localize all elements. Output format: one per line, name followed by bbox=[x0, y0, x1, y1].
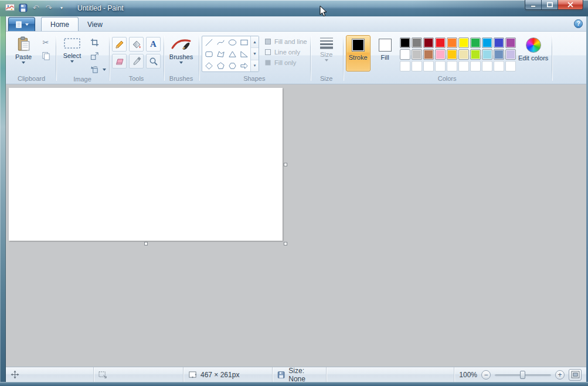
zoom-slider-thumb[interactable] bbox=[520, 371, 525, 379]
color-swatch-empty[interactable] bbox=[494, 61, 504, 71]
zoom-slider[interactable] bbox=[495, 370, 551, 380]
cut-button[interactable]: ✂ bbox=[39, 36, 53, 48]
color-swatch-empty[interactable] bbox=[447, 61, 457, 71]
fill-with-color-tool-button[interactable] bbox=[129, 37, 144, 52]
shape-curve[interactable] bbox=[215, 36, 226, 48]
color-swatch[interactable] bbox=[458, 49, 469, 60]
color-swatch[interactable] bbox=[482, 37, 492, 48]
shape-triangle[interactable] bbox=[226, 48, 238, 60]
tab-view[interactable]: View bbox=[79, 18, 111, 31]
color-swatch[interactable] bbox=[412, 37, 422, 48]
fill-and-line-icon bbox=[264, 38, 271, 45]
color-swatch[interactable] bbox=[423, 49, 434, 60]
crop-button[interactable] bbox=[87, 36, 101, 48]
redo-button[interactable]: ↷ bbox=[43, 2, 54, 13]
color-swatch-empty[interactable] bbox=[470, 61, 481, 71]
color-swatch[interactable] bbox=[423, 37, 434, 48]
minimize-button[interactable] bbox=[525, 0, 542, 9]
tab-home[interactable]: Home bbox=[41, 17, 79, 31]
rotate-icon bbox=[90, 65, 99, 74]
file-size-section: Size: None bbox=[273, 367, 327, 382]
close-button[interactable] bbox=[558, 0, 583, 9]
group-brushes: Brushes Brushes bbox=[164, 33, 199, 84]
color-swatch-empty[interactable] bbox=[400, 61, 410, 71]
color-swatch[interactable] bbox=[494, 37, 504, 48]
undo-button[interactable]: ↶ bbox=[30, 2, 41, 13]
gallery-scroll-up-icon[interactable]: ▲ bbox=[251, 36, 259, 48]
canvas-resize-handle-corner[interactable] bbox=[284, 242, 287, 245]
magnifier-icon bbox=[149, 57, 158, 66]
shape-polygon[interactable] bbox=[215, 48, 226, 60]
save-button[interactable] bbox=[18, 2, 28, 13]
color-swatch-empty[interactable] bbox=[458, 61, 469, 71]
shape-rectangle[interactable] bbox=[238, 36, 250, 48]
shape-hexagon[interactable] bbox=[226, 60, 238, 71]
pencil-tool-button[interactable] bbox=[112, 37, 127, 52]
fill-color-button[interactable]: Fill bbox=[373, 35, 397, 71]
size-button[interactable]: Size bbox=[313, 34, 340, 62]
color-swatch[interactable] bbox=[435, 49, 446, 60]
color-swatch[interactable] bbox=[505, 49, 516, 60]
color-swatch[interactable] bbox=[412, 49, 422, 60]
shape-right-triangle[interactable] bbox=[238, 48, 250, 60]
copy-button[interactable] bbox=[39, 50, 53, 62]
color-swatch-empty[interactable] bbox=[423, 61, 434, 71]
maximize-button[interactable] bbox=[542, 0, 558, 9]
shape-oval[interactable] bbox=[226, 36, 238, 48]
color-swatch-empty[interactable] bbox=[435, 61, 446, 71]
shape-rounded-rectangle[interactable] bbox=[203, 48, 215, 60]
color-swatch[interactable] bbox=[470, 49, 481, 60]
color-swatch[interactable] bbox=[505, 37, 516, 48]
color-swatch[interactable] bbox=[447, 49, 457, 60]
clipboard-icon bbox=[16, 36, 31, 52]
status-bar: 467 × 261px Size: None 100% − + bbox=[6, 367, 586, 382]
canvas-resize-handle-bottom[interactable] bbox=[144, 242, 148, 245]
magnifier-tool-button[interactable] bbox=[146, 54, 161, 69]
option-line-only[interactable]: Line only bbox=[264, 49, 307, 56]
shape-pentagon[interactable] bbox=[215, 60, 226, 71]
option-fill-only[interactable]: Fill only bbox=[264, 59, 307, 66]
shape-line[interactable] bbox=[203, 36, 215, 48]
drawing-canvas[interactable] bbox=[9, 88, 283, 241]
color-swatch[interactable] bbox=[435, 37, 446, 48]
application-menu-button[interactable] bbox=[8, 17, 35, 31]
color-swatch[interactable] bbox=[470, 37, 481, 48]
color-swatch[interactable] bbox=[494, 49, 504, 60]
color-swatch[interactable] bbox=[447, 37, 457, 48]
color-swatch[interactable] bbox=[482, 49, 492, 60]
color-swatch-empty[interactable] bbox=[482, 61, 492, 71]
zoom-out-button[interactable]: − bbox=[481, 370, 491, 380]
fill-color-swatch bbox=[379, 39, 392, 52]
gallery-scroll-down-icon[interactable]: ▼ bbox=[251, 48, 259, 60]
canvas-resize-handle-right[interactable] bbox=[284, 163, 287, 166]
color-swatch[interactable] bbox=[400, 49, 410, 60]
option-fill-and-line[interactable]: Fill and line bbox=[264, 38, 307, 45]
stroke-color-button[interactable]: Stroke bbox=[346, 35, 371, 71]
group-image: Select bbox=[56, 33, 109, 84]
help-button[interactable]: ? bbox=[574, 19, 583, 28]
fit-to-window-button[interactable] bbox=[569, 369, 582, 381]
shape-diamond[interactable] bbox=[203, 60, 215, 71]
brushes-button[interactable]: Brushes bbox=[166, 34, 196, 64]
rotate-button[interactable] bbox=[87, 63, 101, 75]
group-label: Image bbox=[59, 75, 106, 84]
shape-right-arrow[interactable] bbox=[238, 60, 250, 71]
select-button[interactable]: Select bbox=[59, 34, 86, 63]
color-swatch[interactable] bbox=[400, 37, 410, 48]
window-controls bbox=[525, 0, 583, 10]
document-icon bbox=[15, 21, 23, 29]
color-picker-tool-button[interactable] bbox=[129, 54, 144, 69]
color-swatch[interactable] bbox=[458, 37, 469, 48]
paste-button[interactable]: Paste bbox=[10, 34, 37, 64]
resize-button[interactable] bbox=[87, 50, 101, 62]
color-swatch-empty[interactable] bbox=[412, 61, 422, 71]
color-swatch-empty[interactable] bbox=[505, 61, 516, 71]
chevron-down-icon[interactable] bbox=[103, 69, 106, 71]
title-bar[interactable]: ↶ ↷ ▾ Untitled - Paint bbox=[0, 0, 588, 16]
edit-colors-button[interactable]: Edit colors bbox=[518, 35, 549, 62]
zoom-in-button[interactable]: + bbox=[555, 370, 565, 380]
eraser-tool-button[interactable] bbox=[112, 54, 127, 69]
gallery-more-icon[interactable]: ▾ bbox=[251, 60, 259, 71]
text-tool-button[interactable]: A bbox=[146, 37, 161, 52]
quick-access-dropdown-icon[interactable]: ▾ bbox=[56, 2, 67, 13]
